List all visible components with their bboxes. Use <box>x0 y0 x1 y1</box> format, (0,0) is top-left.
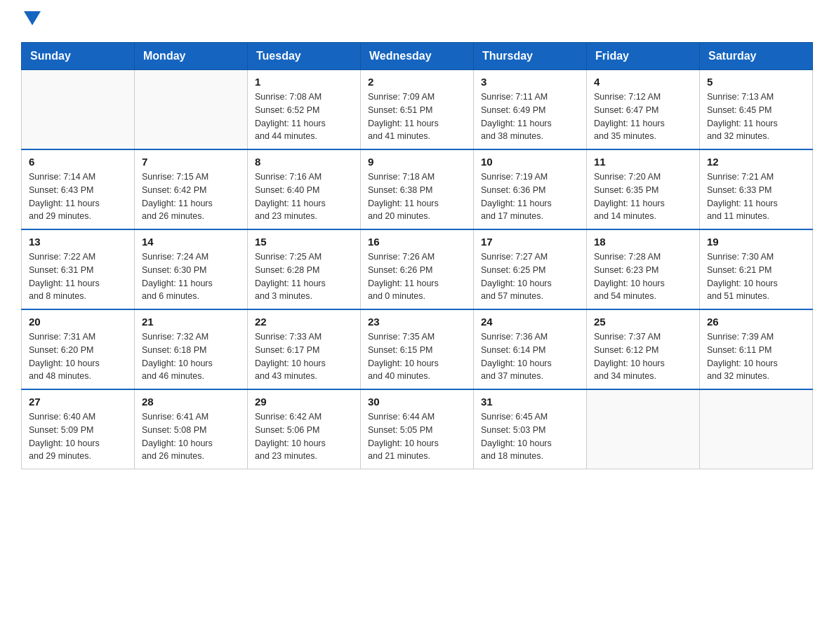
day-info: Sunrise: 7:25 AM Sunset: 6:28 PM Dayligh… <box>255 250 353 303</box>
day-info: Sunrise: 7:22 AM Sunset: 6:31 PM Dayligh… <box>29 250 127 303</box>
day-info: Sunrise: 6:42 AM Sunset: 5:06 PM Dayligh… <box>255 410 353 463</box>
calendar-day-cell: 25Sunrise: 7:37 AM Sunset: 6:12 PM Dayli… <box>587 309 700 389</box>
day-number: 5 <box>707 76 805 88</box>
day-number: 22 <box>255 316 353 328</box>
day-info: Sunrise: 7:37 AM Sunset: 6:12 PM Dayligh… <box>594 330 692 383</box>
logo-text <box>21 14 41 28</box>
day-number: 28 <box>142 396 240 408</box>
day-info: Sunrise: 7:33 AM Sunset: 6:17 PM Dayligh… <box>255 330 353 383</box>
day-info: Sunrise: 7:32 AM Sunset: 6:18 PM Dayligh… <box>142 330 240 383</box>
calendar-day-cell: 1Sunrise: 7:08 AM Sunset: 6:52 PM Daylig… <box>248 70 361 150</box>
day-number: 23 <box>368 316 466 328</box>
day-number: 12 <box>707 156 805 168</box>
day-number: 7 <box>142 156 240 168</box>
day-info: Sunrise: 7:26 AM Sunset: 6:26 PM Dayligh… <box>368 250 466 303</box>
calendar-day-cell: 9Sunrise: 7:18 AM Sunset: 6:38 PM Daylig… <box>361 149 474 229</box>
calendar-day-cell: 29Sunrise: 6:42 AM Sunset: 5:06 PM Dayli… <box>248 389 361 469</box>
day-header-thursday: Thursday <box>474 43 587 70</box>
calendar-day-cell: 2Sunrise: 7:09 AM Sunset: 6:51 PM Daylig… <box>361 70 474 150</box>
day-number: 2 <box>368 76 466 88</box>
day-number: 4 <box>594 76 692 88</box>
day-number: 24 <box>481 316 579 328</box>
calendar-day-cell: 22Sunrise: 7:33 AM Sunset: 6:17 PM Dayli… <box>248 309 361 389</box>
calendar-week-row: 1Sunrise: 7:08 AM Sunset: 6:52 PM Daylig… <box>22 70 813 150</box>
day-info: Sunrise: 6:40 AM Sunset: 5:09 PM Dayligh… <box>29 410 127 463</box>
day-info: Sunrise: 7:08 AM Sunset: 6:52 PM Dayligh… <box>255 90 353 143</box>
calendar-day-cell: 23Sunrise: 7:35 AM Sunset: 6:15 PM Dayli… <box>361 309 474 389</box>
day-number: 15 <box>255 236 353 248</box>
day-info: Sunrise: 7:15 AM Sunset: 6:42 PM Dayligh… <box>142 170 240 223</box>
day-header-saturday: Saturday <box>700 43 813 70</box>
calendar-day-cell: 14Sunrise: 7:24 AM Sunset: 6:30 PM Dayli… <box>135 229 248 309</box>
day-info: Sunrise: 7:09 AM Sunset: 6:51 PM Dayligh… <box>368 90 466 143</box>
calendar-day-cell: 27Sunrise: 6:40 AM Sunset: 5:09 PM Dayli… <box>22 389 135 469</box>
calendar-header-row: SundayMondayTuesdayWednesdayThursdayFrid… <box>22 43 813 70</box>
day-number: 3 <box>481 76 579 88</box>
day-info: Sunrise: 7:35 AM Sunset: 6:15 PM Dayligh… <box>368 330 466 383</box>
day-header-sunday: Sunday <box>22 43 135 70</box>
day-number: 1 <box>255 76 353 88</box>
calendar-day-cell: 24Sunrise: 7:36 AM Sunset: 6:14 PM Dayli… <box>474 309 587 389</box>
logo <box>21 14 41 28</box>
day-info: Sunrise: 7:28 AM Sunset: 6:23 PM Dayligh… <box>594 250 692 303</box>
day-info: Sunrise: 7:21 AM Sunset: 6:33 PM Dayligh… <box>707 170 805 223</box>
calendar-day-cell <box>135 70 248 150</box>
day-info: Sunrise: 7:24 AM Sunset: 6:30 PM Dayligh… <box>142 250 240 303</box>
day-number: 25 <box>594 316 692 328</box>
day-info: Sunrise: 7:12 AM Sunset: 6:47 PM Dayligh… <box>594 90 692 143</box>
day-number: 14 <box>142 236 240 248</box>
day-number: 21 <box>142 316 240 328</box>
day-header-wednesday: Wednesday <box>361 43 474 70</box>
day-number: 11 <box>594 156 692 168</box>
calendar-day-cell: 20Sunrise: 7:31 AM Sunset: 6:20 PM Dayli… <box>22 309 135 389</box>
day-header-tuesday: Tuesday <box>248 43 361 70</box>
calendar-day-cell: 28Sunrise: 6:41 AM Sunset: 5:08 PM Dayli… <box>135 389 248 469</box>
calendar-day-cell: 6Sunrise: 7:14 AM Sunset: 6:43 PM Daylig… <box>22 149 135 229</box>
calendar-day-cell: 18Sunrise: 7:28 AM Sunset: 6:23 PM Dayli… <box>587 229 700 309</box>
calendar-table: SundayMondayTuesdayWednesdayThursdayFrid… <box>21 42 813 469</box>
calendar-day-cell: 12Sunrise: 7:21 AM Sunset: 6:33 PM Dayli… <box>700 149 813 229</box>
day-number: 20 <box>29 316 127 328</box>
day-info: Sunrise: 7:11 AM Sunset: 6:49 PM Dayligh… <box>481 90 579 143</box>
calendar-day-cell: 17Sunrise: 7:27 AM Sunset: 6:25 PM Dayli… <box>474 229 587 309</box>
day-number: 26 <box>707 316 805 328</box>
calendar-week-row: 20Sunrise: 7:31 AM Sunset: 6:20 PM Dayli… <box>22 309 813 389</box>
calendar-day-cell: 31Sunrise: 6:45 AM Sunset: 5:03 PM Dayli… <box>474 389 587 469</box>
day-info: Sunrise: 6:41 AM Sunset: 5:08 PM Dayligh… <box>142 410 240 463</box>
day-number: 30 <box>368 396 466 408</box>
day-info: Sunrise: 7:19 AM Sunset: 6:36 PM Dayligh… <box>481 170 579 223</box>
calendar-day-cell <box>22 70 135 150</box>
day-info: Sunrise: 6:45 AM Sunset: 5:03 PM Dayligh… <box>481 410 579 463</box>
day-number: 31 <box>481 396 579 408</box>
page-header <box>21 14 813 28</box>
day-number: 9 <box>368 156 466 168</box>
day-header-monday: Monday <box>135 43 248 70</box>
calendar-day-cell <box>587 389 700 469</box>
day-info: Sunrise: 7:20 AM Sunset: 6:35 PM Dayligh… <box>594 170 692 223</box>
calendar-week-row: 6Sunrise: 7:14 AM Sunset: 6:43 PM Daylig… <box>22 149 813 229</box>
calendar-day-cell: 21Sunrise: 7:32 AM Sunset: 6:18 PM Dayli… <box>135 309 248 389</box>
calendar-day-cell: 15Sunrise: 7:25 AM Sunset: 6:28 PM Dayli… <box>248 229 361 309</box>
day-info: Sunrise: 7:39 AM Sunset: 6:11 PM Dayligh… <box>707 330 805 383</box>
calendar-day-cell: 10Sunrise: 7:19 AM Sunset: 6:36 PM Dayli… <box>474 149 587 229</box>
day-info: Sunrise: 7:36 AM Sunset: 6:14 PM Dayligh… <box>481 330 579 383</box>
day-number: 10 <box>481 156 579 168</box>
day-number: 6 <box>29 156 127 168</box>
calendar-week-row: 13Sunrise: 7:22 AM Sunset: 6:31 PM Dayli… <box>22 229 813 309</box>
day-info: Sunrise: 7:16 AM Sunset: 6:40 PM Dayligh… <box>255 170 353 223</box>
day-info: Sunrise: 7:27 AM Sunset: 6:25 PM Dayligh… <box>481 250 579 303</box>
calendar-day-cell <box>700 389 813 469</box>
calendar-day-cell: 19Sunrise: 7:30 AM Sunset: 6:21 PM Dayli… <box>700 229 813 309</box>
day-info: Sunrise: 7:18 AM Sunset: 6:38 PM Dayligh… <box>368 170 466 223</box>
calendar-day-cell: 8Sunrise: 7:16 AM Sunset: 6:40 PM Daylig… <box>248 149 361 229</box>
calendar-day-cell: 5Sunrise: 7:13 AM Sunset: 6:45 PM Daylig… <box>700 70 813 150</box>
day-info: Sunrise: 7:14 AM Sunset: 6:43 PM Dayligh… <box>29 170 127 223</box>
day-info: Sunrise: 7:31 AM Sunset: 6:20 PM Dayligh… <box>29 330 127 383</box>
calendar-day-cell: 3Sunrise: 7:11 AM Sunset: 6:49 PM Daylig… <box>474 70 587 150</box>
calendar-week-row: 27Sunrise: 6:40 AM Sunset: 5:09 PM Dayli… <box>22 389 813 469</box>
calendar-day-cell: 16Sunrise: 7:26 AM Sunset: 6:26 PM Dayli… <box>361 229 474 309</box>
day-number: 16 <box>368 236 466 248</box>
calendar-day-cell: 4Sunrise: 7:12 AM Sunset: 6:47 PM Daylig… <box>587 70 700 150</box>
calendar-day-cell: 7Sunrise: 7:15 AM Sunset: 6:42 PM Daylig… <box>135 149 248 229</box>
day-number: 19 <box>707 236 805 248</box>
